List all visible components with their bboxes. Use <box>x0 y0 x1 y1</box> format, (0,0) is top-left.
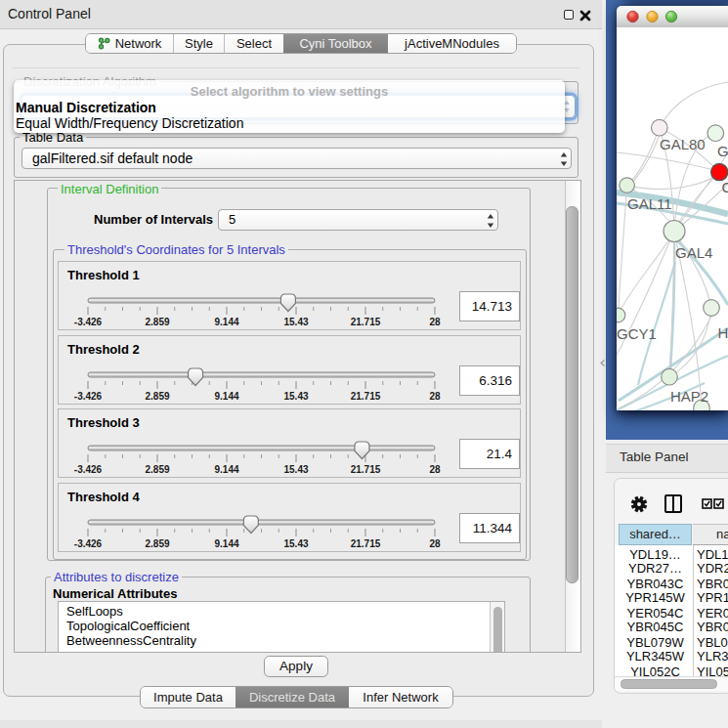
svg-text:2.859: 2.859 <box>145 390 169 401</box>
svg-text:2.859: 2.859 <box>145 537 169 548</box>
svg-text:15.43: 15.43 <box>283 537 308 548</box>
svg-text:Threshold 2: Threshold 2 <box>67 342 140 357</box>
svg-text:2.859: 2.859 <box>145 464 169 475</box>
svg-text:HIS4: HIS4 <box>718 324 728 341</box>
svg-text:21.715: 21.715 <box>351 390 381 401</box>
svg-text:CYC1: CYC1 <box>722 179 728 195</box>
svg-text:GCY1: GCY1 <box>617 325 657 342</box>
svg-text:28: 28 <box>429 317 441 327</box>
svg-text:9.144: 9.144 <box>214 317 238 327</box>
svg-text:28: 28 <box>429 464 441 475</box>
svg-text:21.715: 21.715 <box>351 464 381 475</box>
svg-text:28: 28 <box>429 537 441 548</box>
svg-text:Threshold 4: Threshold 4 <box>67 490 140 504</box>
svg-text:-3.426: -3.426 <box>74 537 103 548</box>
svg-text:Threshold 1: Threshold 1 <box>67 268 140 282</box>
svg-text:GAL80: GAL80 <box>660 136 706 152</box>
svg-text:-3.426: -3.426 <box>74 317 103 327</box>
svg-text:9.144: 9.144 <box>214 464 238 475</box>
svg-text:-3.426: -3.426 <box>74 390 103 401</box>
svg-text:GAL4: GAL4 <box>675 244 712 261</box>
svg-text:15.43: 15.43 <box>283 390 308 401</box>
svg-text:GAL11: GAL11 <box>627 195 672 212</box>
svg-text:9.144: 9.144 <box>214 390 238 401</box>
svg-text:21.715: 21.715 <box>351 537 381 548</box>
svg-text:28: 28 <box>429 390 441 401</box>
svg-text:GAL2: GAL2 <box>717 143 728 159</box>
svg-text:2.859: 2.859 <box>145 317 169 327</box>
svg-text:21.715: 21.715 <box>351 317 381 327</box>
svg-text:15.43: 15.43 <box>283 464 308 475</box>
svg-text:Threshold 3: Threshold 3 <box>67 415 140 430</box>
svg-text:15.43: 15.43 <box>283 317 308 327</box>
svg-text:-3.426: -3.426 <box>74 464 103 475</box>
svg-text:9.144: 9.144 <box>214 537 238 548</box>
svg-text:HAP2: HAP2 <box>670 388 708 405</box>
